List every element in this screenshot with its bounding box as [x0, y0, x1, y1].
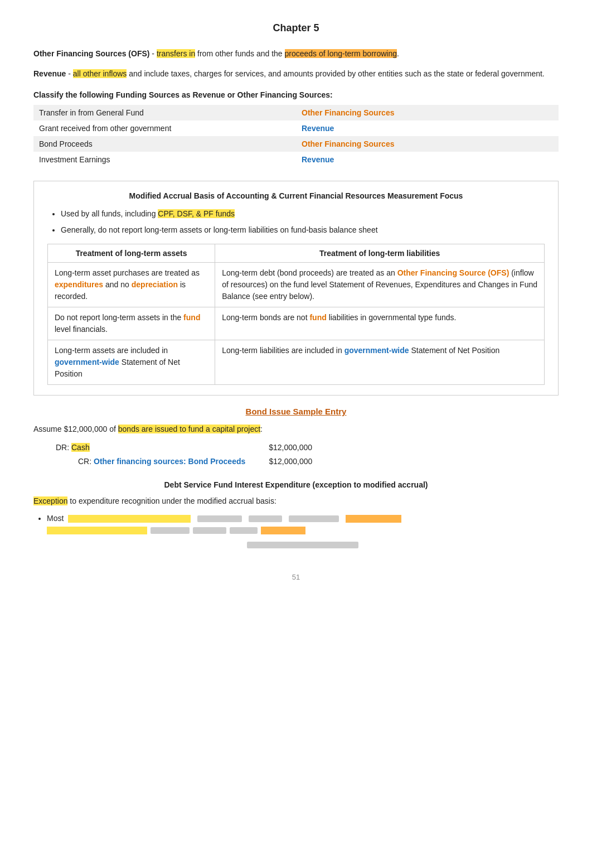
journal-entry: DR: Cash $12,000,000 CR: Other financing… — [33, 441, 559, 469]
bullet-2-text: Generally, do not report long-term asset… — [61, 225, 378, 234]
classify-classification: Other Financing Sources — [296, 136, 559, 152]
bullet-2: Generally, do not report long-term asset… — [61, 224, 545, 236]
modified-accrual-section: Modified Accrual Basis of Accounting & C… — [33, 181, 559, 396]
exception-text: to expenditure recognition under the mod… — [67, 496, 276, 505]
page-number: 51 — [33, 573, 559, 581]
ofs-label: Other Financing Sources (OFS) — [33, 49, 149, 58]
transfers-in-highlight: transfers in — [157, 49, 195, 58]
modified-accrual-bullets: Used by all funds, including CPF, DSF, &… — [47, 208, 545, 236]
classify-source: Transfer in from General Fund — [33, 105, 296, 120]
treatment-row-3: Long-term assets are included in governm… — [48, 340, 545, 384]
fund-highlight-1: fund — [183, 313, 200, 322]
classify-source: Bond Proceeds — [33, 136, 296, 152]
gov-wide-highlight-1: government-wide — [55, 358, 119, 367]
journal-dr-row: DR: Cash $12,000,000 — [56, 441, 559, 455]
revenue-section: Revenue - all other inflows and include … — [33, 67, 559, 80]
treatment-row-2-col2: Long-term bonds are not fund liabilities… — [215, 307, 545, 340]
journal-cr-label: CR: Other financing sources: Bond Procee… — [56, 455, 245, 469]
redacted-word-6 — [230, 527, 258, 534]
classify-section: Classify the following Funding Sources a… — [33, 90, 559, 167]
journal-cr-row: CR: Other financing sources: Bond Procee… — [56, 455, 559, 469]
debt-service-section: Debt Service Fund Interest Expenditure (… — [33, 480, 559, 551]
fund-highlight-2: fund — [309, 313, 326, 322]
redacted-word-3 — [289, 515, 339, 522]
ofs-section: Other Financing Sources (OFS) - transfer… — [33, 47, 559, 60]
revenue-text-end: and include taxes, charges for services,… — [127, 69, 544, 78]
debt-service-title: Debt Service Fund Interest Expenditure (… — [33, 480, 559, 489]
ofs-text-end: . — [397, 49, 399, 58]
bond-intro: Assume $12,000,000 of bonds are issued t… — [33, 423, 559, 435]
classify-classification: Revenue — [296, 152, 559, 167]
redacted-3 — [47, 527, 147, 534]
bond-issue-section: Bond Issue Sample Entry Assume $12,000,0… — [33, 407, 559, 469]
exception-highlight: Exception — [33, 496, 67, 505]
redacted-word-5 — [193, 527, 226, 534]
journal-cr-amount: $12,000,000 — [245, 455, 312, 469]
revenue-dash: - — [66, 69, 72, 78]
classify-table: Transfer in from General FundOther Finan… — [33, 105, 559, 167]
bonds-highlight: bonds are issued to fund a capital proje… — [118, 425, 260, 433]
ofs-dash: - — [149, 49, 156, 58]
ofs-text-mid: from other funds and the — [195, 49, 282, 58]
exception-bullets: Most — [33, 513, 559, 551]
classify-source: Investment Earnings — [33, 152, 296, 167]
treatment-row-2-col1: Do not report long-term assets in the fu… — [48, 307, 215, 340]
proceeds-highlight: proceeds of long-term borrowing — [285, 49, 397, 58]
treatment-header-assets: Treatment of long-term assets — [48, 244, 215, 262]
cpf-highlight: CPF, DSF, & PF funds — [158, 209, 235, 218]
redacted-footer — [247, 542, 358, 548]
classify-classification: Other Financing Sources — [296, 105, 559, 120]
exception-section: Exception to expenditure recognition und… — [33, 495, 559, 507]
classify-heading: Classify the following Funding Sources a… — [33, 90, 559, 99]
ofs-highlight: Other Financing Source (OFS) — [397, 268, 509, 277]
treatment-row-3-col2: Long-term liabilities are included in go… — [215, 340, 545, 384]
all-other-inflows-highlight: all other inflows — [73, 69, 127, 78]
redacted-word-4 — [151, 527, 190, 534]
depreciation-highlight: depreciation — [132, 280, 178, 289]
redacted-4 — [261, 527, 305, 534]
treatment-row-3-col1: Long-term assets are included in governm… — [48, 340, 215, 384]
redacted-1 — [68, 515, 191, 523]
cash-highlight: Cash — [71, 443, 90, 452]
classify-classification: Revenue — [296, 120, 559, 136]
expenditures-highlight: expenditures — [55, 280, 103, 289]
treatment-row-1-col1: Long-term asset purchases are treated as… — [48, 262, 215, 307]
treatment-row-1: Long-term asset purchases are treated as… — [48, 262, 545, 307]
treatment-row-1-col2: Long-term debt (bond proceeds) are treat… — [215, 262, 545, 307]
most-text: Most — [47, 514, 64, 523]
classify-source: Grant received from other government — [33, 120, 296, 136]
redacted-2 — [346, 515, 401, 523]
treatment-row-2: Do not report long-term assets in the fu… — [48, 307, 545, 340]
cr-ofs-highlight: Other financing sources: Bond Proceeds — [94, 457, 245, 466]
revenue-label: Revenue — [33, 69, 66, 78]
treatment-table: Treatment of long-term assets Treatment … — [47, 244, 545, 385]
journal-dr-label: DR: Cash — [56, 441, 245, 455]
treatment-header-liabilities: Treatment of long-term liabilities — [215, 244, 545, 262]
journal-dr-amount: $12,000,000 — [245, 441, 312, 455]
exception-bullet-1: Most — [47, 513, 559, 551]
chapter-title: Chapter 5 — [33, 22, 559, 34]
redacted-word-2 — [249, 515, 282, 522]
bullet-1: Used by all funds, including CPF, DSF, &… — [61, 208, 545, 220]
modified-accrual-title: Modified Accrual Basis of Accounting & C… — [47, 191, 545, 200]
redacted-word-1 — [197, 515, 242, 522]
bullet-1-text-before: Used by all funds, including — [61, 209, 158, 218]
gov-wide-highlight-2: government-wide — [344, 346, 409, 355]
bond-issue-title: Bond Issue Sample Entry — [33, 407, 559, 416]
